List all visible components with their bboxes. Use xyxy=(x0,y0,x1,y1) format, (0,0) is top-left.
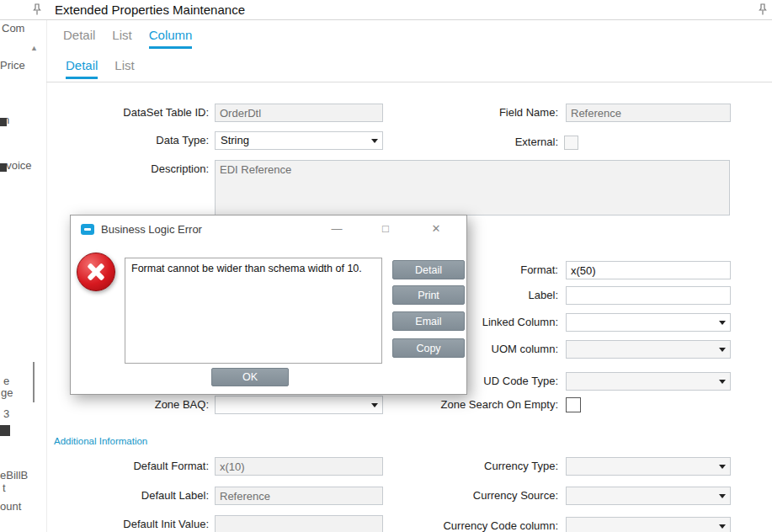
window-titlebar: Extended Properties Maintenance xyxy=(0,0,772,20)
default-label-input[interactable] xyxy=(215,487,383,505)
error-message: Format cannot be wider than schema width… xyxy=(125,258,382,364)
email-button[interactable]: Email xyxy=(392,311,465,331)
scroll-up-icon[interactable]: ▲ xyxy=(30,44,38,52)
currency-code-column-select[interactable] xyxy=(566,517,731,532)
currency-code-column-label: Currency Code column: xyxy=(377,517,558,532)
maximize-icon[interactable]: □ xyxy=(379,222,392,235)
tree-node-icon xyxy=(0,118,7,126)
default-init-value-label: Default Init Value: xyxy=(49,515,209,532)
zone-baq-select[interactable] xyxy=(215,396,383,414)
dropdown-arrow-icon xyxy=(719,494,726,498)
app-window-icon xyxy=(81,224,94,235)
default-format-input[interactable] xyxy=(215,457,383,476)
description-label: Description: xyxy=(49,160,209,178)
pin-icon[interactable] xyxy=(32,3,42,19)
currency-type-select[interactable] xyxy=(566,457,731,476)
zone-search-on-empty-checkbox[interactable] xyxy=(566,397,581,412)
label-input[interactable] xyxy=(566,286,731,305)
description-textarea[interactable]: EDI Reference xyxy=(215,160,730,215)
strip-item[interactable]: Com xyxy=(2,22,24,35)
close-icon[interactable]: ✕ xyxy=(429,222,443,235)
subtab-list[interactable]: List xyxy=(114,58,134,79)
extended-properties-window: Extended Properties Maintenance ▲ Com Pr… xyxy=(0,0,772,532)
zone-search-on-empty-label: Zone Search On Empty: xyxy=(377,396,558,414)
minimize-icon[interactable]: — xyxy=(330,222,343,235)
strip-item[interactable]: Price xyxy=(0,59,25,72)
tree-node-icon xyxy=(0,163,7,172)
dropdown-arrow-icon xyxy=(719,465,726,469)
strip-scrollbar[interactable] xyxy=(33,362,35,402)
currency-type-label: Currency Type: xyxy=(377,457,558,476)
tab-list[interactable]: List xyxy=(112,28,131,49)
tab-column[interactable]: Column xyxy=(149,28,193,49)
default-init-value-input[interactable] xyxy=(215,515,383,532)
page-title: Extended Properties Maintenance xyxy=(55,3,245,17)
ok-button[interactable]: OK xyxy=(211,368,289,386)
default-format-label: Default Format: xyxy=(49,457,209,476)
strip-item[interactable]: ount xyxy=(0,500,21,513)
currency-source-label: Currency Source: xyxy=(377,487,558,505)
linked-column-select[interactable] xyxy=(566,313,731,332)
uom-column-select[interactable] xyxy=(566,340,731,359)
tab-detail[interactable]: Detail xyxy=(63,28,95,49)
dropdown-arrow-icon xyxy=(719,321,726,325)
print-button[interactable]: Print xyxy=(392,285,465,305)
dialog-titlebar[interactable]: Business Logic Error — □ ✕ xyxy=(71,215,466,244)
additional-information-heading: Additional Information xyxy=(54,436,147,446)
field-name-label: Field Name: xyxy=(377,104,558,122)
pin-icon[interactable] xyxy=(758,3,768,19)
external-label: External: xyxy=(377,133,558,152)
strip-item[interactable]: 3 xyxy=(3,407,9,420)
strip-item[interactable]: e xyxy=(3,375,9,387)
dropdown-arrow-icon xyxy=(719,524,726,529)
strip-item[interactable]: ge xyxy=(1,386,13,399)
tab-separator xyxy=(46,82,772,82)
field-name-input[interactable] xyxy=(566,104,731,122)
dataset-table-id-input[interactable] xyxy=(215,104,383,122)
subtab-detail[interactable]: Detail xyxy=(66,58,98,79)
default-label-label: Default Label: xyxy=(49,487,209,505)
tree-node-icon xyxy=(0,425,10,436)
currency-source-select[interactable] xyxy=(566,487,731,505)
main-tab-bar: Detail List Column xyxy=(63,28,192,49)
data-type-value: String xyxy=(216,132,382,148)
format-input[interactable] xyxy=(566,261,731,279)
detail-button[interactable]: Detail xyxy=(392,260,465,279)
data-type-label: Data Type: xyxy=(49,131,209,150)
strip-item[interactable]: eBillB xyxy=(0,469,28,481)
strip-item[interactable]: t xyxy=(3,481,6,494)
ud-code-type-select[interactable] xyxy=(566,372,731,391)
zone-baq-label: Zone BAQ: xyxy=(49,396,209,414)
dataset-table-id-label: DataSet Table ID: xyxy=(49,104,209,122)
sub-tab-bar: Detail List xyxy=(66,58,135,79)
copy-button[interactable]: Copy xyxy=(392,338,465,358)
left-dock-strip: ▲ Com Price n nvoice e ge 3 eBillB t oun… xyxy=(0,20,47,532)
external-checkbox[interactable] xyxy=(564,136,578,150)
data-type-select[interactable]: String xyxy=(215,131,383,150)
dropdown-arrow-icon xyxy=(719,380,726,384)
business-logic-error-dialog: Business Logic Error — □ ✕ Format cannot… xyxy=(70,215,467,395)
dropdown-arrow-icon xyxy=(719,348,726,352)
dialog-title: Business Logic Error xyxy=(101,223,202,236)
error-icon xyxy=(77,253,115,291)
